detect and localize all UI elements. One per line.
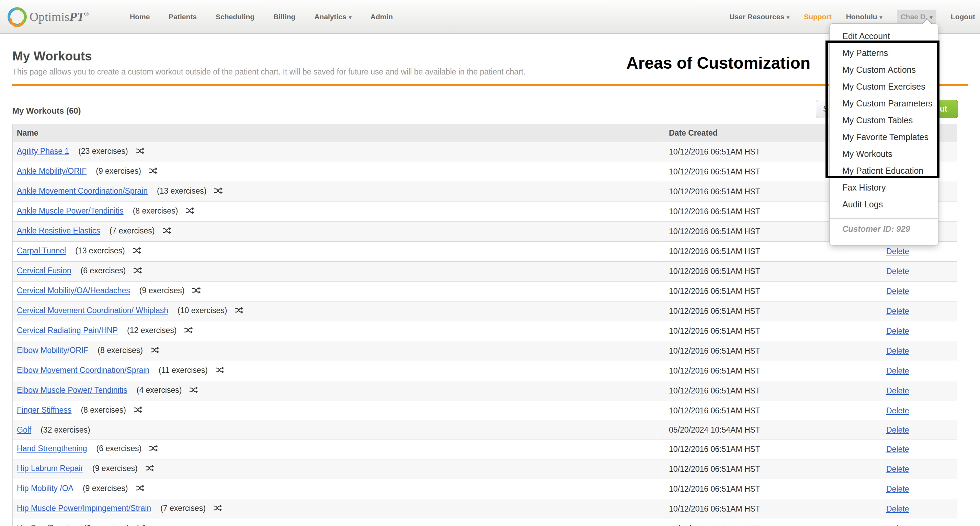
workout-link[interactable]: Hip Pain/Bursitis bbox=[17, 524, 75, 526]
delete-link[interactable]: Delete bbox=[886, 445, 909, 454]
annotation-areas-of-customization: Areas of Customization bbox=[626, 54, 810, 72]
workout-link[interactable]: Carpal Tunnel bbox=[17, 246, 66, 255]
nav-item-analytics[interactable]: Analytics▾ bbox=[314, 13, 351, 21]
nav-item-logout[interactable]: Logout bbox=[951, 13, 975, 21]
shuffle-icon[interactable] bbox=[133, 267, 142, 277]
workout-link[interactable]: Cervical Movement Coordination/ Whiplash bbox=[17, 306, 168, 315]
shuffle-icon[interactable] bbox=[162, 228, 171, 237]
delete-link[interactable]: Delete bbox=[886, 386, 909, 395]
shuffle-icon[interactable] bbox=[234, 307, 243, 316]
workout-name-cell: Golf(32 exercises) bbox=[13, 421, 658, 439]
delete-cell: Delete bbox=[882, 439, 957, 459]
delete-link[interactable]: Delete bbox=[886, 425, 909, 434]
shuffle-icon[interactable] bbox=[132, 248, 142, 256]
shuffle-icon[interactable] bbox=[149, 168, 158, 177]
workout-link[interactable]: Elbow Movement Coordination/Sprain bbox=[17, 365, 150, 375]
workout-link[interactable]: Agility Phase 1 bbox=[17, 146, 69, 156]
date-created-cell: 10/12/2016 06:51AM HST bbox=[658, 479, 882, 499]
shuffle-icon[interactable] bbox=[192, 288, 201, 296]
menu-item-my-patterns[interactable]: My Patterns bbox=[830, 44, 938, 62]
table-row: Elbow Mobility/ORIF(8 exercises)10/12/20… bbox=[13, 341, 957, 361]
shuffle-icon[interactable] bbox=[134, 407, 143, 416]
menu-item-my-custom-actions[interactable]: My Custom Actions bbox=[830, 62, 938, 78]
workout-link[interactable]: Ankle Mobility/ORIF bbox=[17, 167, 86, 175]
delete-link[interactable]: Delete bbox=[886, 307, 909, 316]
date-created-cell: 10/12/2016 06:51AM HST bbox=[658, 361, 882, 381]
menu-item-my-patient-education[interactable]: My Patient Education bbox=[830, 162, 938, 179]
shuffle-icon[interactable] bbox=[214, 188, 223, 197]
delete-link[interactable]: Delete bbox=[886, 464, 909, 474]
workout-link[interactable]: Hip Mobility /OA bbox=[17, 484, 73, 493]
nav-item-honolulu[interactable]: Honolulu▾ bbox=[846, 13, 883, 21]
shuffle-icon-svg bbox=[149, 444, 158, 453]
workout-link[interactable]: Ankle Muscle Power/Tendinitis bbox=[17, 207, 124, 215]
workout-link[interactable]: Cervical Radiating Pain/HNP bbox=[17, 326, 118, 335]
shuffle-icon-svg bbox=[215, 366, 224, 374]
nav-item-home[interactable]: Home bbox=[130, 13, 150, 21]
workout-link[interactable]: Elbow Muscle Power/ Tendinitis bbox=[17, 386, 127, 394]
shuffle-icon-svg bbox=[134, 406, 143, 414]
delete-link[interactable]: Delete bbox=[886, 267, 909, 276]
workout-link[interactable]: Ankle Movement Coordination/Sprain bbox=[17, 186, 148, 195]
nav-item-support[interactable]: Support bbox=[804, 13, 831, 21]
optimispt-logo-text: OptimisPT® bbox=[30, 10, 89, 24]
delete-link[interactable]: Delete bbox=[886, 406, 909, 415]
nav-item-label: Home bbox=[130, 13, 150, 21]
delete-link[interactable]: Delete bbox=[886, 247, 909, 256]
workout-link[interactable]: Finger Stiffness bbox=[17, 405, 72, 415]
delete-link[interactable]: Delete bbox=[886, 346, 909, 355]
workout-link[interactable]: Hip Labrum Repair bbox=[17, 464, 83, 473]
shuffle-icon[interactable] bbox=[185, 208, 194, 217]
exercise-count: (23 exercises) bbox=[78, 146, 128, 156]
menu-item-my-favorite-templates[interactable]: My Favorite Templates bbox=[830, 129, 938, 146]
nav-item-admin[interactable]: Admin bbox=[371, 13, 393, 21]
nav-item-billing[interactable]: Billing bbox=[273, 13, 295, 21]
workout-link[interactable]: Cervical Mobility/OA/Headaches bbox=[17, 286, 130, 295]
user-dropdown-list: Edit AccountMy PatternsMy Custom Actions… bbox=[830, 24, 938, 234]
menu-item-my-custom-exercises[interactable]: My Custom Exercises bbox=[830, 78, 938, 95]
page-subtitle: This page allows you to create a custom … bbox=[12, 67, 968, 76]
workout-name-cell: Elbow Movement Coordination/Sprain(11 ex… bbox=[13, 361, 658, 381]
workout-name-cell: Agility Phase 1(23 exercises) bbox=[13, 142, 658, 162]
nav-item-label: Logout bbox=[951, 13, 975, 21]
workout-link[interactable]: Cervical Fusion bbox=[17, 266, 72, 275]
shuffle-icon[interactable] bbox=[136, 148, 145, 157]
menu-item-audit-logs[interactable]: Audit Logs bbox=[830, 196, 938, 213]
menu-item-my-workouts[interactable]: My Workouts bbox=[830, 146, 938, 162]
shuffle-icon[interactable] bbox=[150, 347, 159, 356]
shuffle-icon[interactable] bbox=[189, 387, 198, 396]
menu-item-my-custom-parameters[interactable]: My Custom Parameters bbox=[830, 95, 938, 112]
shuffle-icon-svg bbox=[149, 167, 158, 175]
menu-item-edit-account[interactable]: Edit Account bbox=[830, 28, 938, 44]
nav-item-user-resources[interactable]: User Resources▾ bbox=[729, 13, 789, 21]
nav-item-patients[interactable]: Patients bbox=[169, 13, 197, 21]
workout-link[interactable]: Golf bbox=[17, 425, 31, 434]
optimispt-logo[interactable]: OptimisPT® bbox=[8, 7, 122, 27]
shuffle-icon[interactable] bbox=[213, 505, 222, 514]
delete-link[interactable]: Delete bbox=[886, 504, 909, 513]
shuffle-icon[interactable] bbox=[136, 485, 145, 494]
workout-link[interactable]: Ankle Resistive Elastics bbox=[17, 226, 100, 235]
delete-link[interactable]: Delete bbox=[886, 485, 909, 493]
shuffle-icon[interactable] bbox=[149, 445, 158, 454]
table-row: Elbow Movement Coordination/Sprain(11 ex… bbox=[13, 361, 957, 381]
workout-name-cell: Ankle Movement Coordination/Sprain(13 ex… bbox=[13, 182, 658, 202]
shuffle-icon[interactable] bbox=[215, 367, 224, 376]
exercise-count: (9 exercises) bbox=[92, 464, 138, 473]
shuffle-icon[interactable] bbox=[184, 327, 193, 336]
table-row: Hip Labrum Repair(9 exercises)10/12/2016… bbox=[13, 459, 957, 479]
delete-link[interactable]: Delete bbox=[886, 287, 909, 296]
shuffle-icon[interactable] bbox=[145, 465, 154, 474]
shuffle-icon-svg bbox=[136, 147, 145, 155]
workout-link[interactable]: Elbow Mobility/ORIF bbox=[17, 346, 88, 355]
shuffle-icon-svg bbox=[133, 267, 142, 275]
delete-link[interactable]: Delete bbox=[886, 327, 909, 335]
workout-link[interactable]: Hip Muscle Power/Impingement/Strain bbox=[17, 504, 151, 513]
workout-link[interactable]: Hand Strengthening bbox=[17, 444, 87, 453]
delete-link[interactable]: Delete bbox=[886, 366, 909, 375]
menu-item-my-custom-tables[interactable]: My Custom Tables bbox=[830, 112, 938, 129]
delete-link[interactable]: Delete bbox=[886, 524, 909, 526]
date-created-cell: 05/20/2024 10:54AM HST bbox=[658, 421, 882, 439]
nav-item-scheduling[interactable]: Scheduling bbox=[216, 13, 255, 21]
menu-item-fax-history[interactable]: Fax History bbox=[830, 179, 938, 196]
